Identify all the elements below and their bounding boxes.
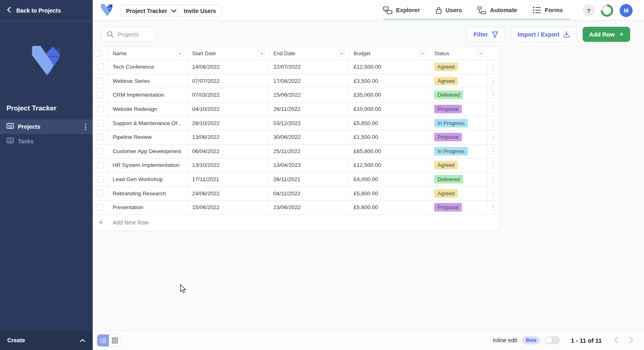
add-new-row-button[interactable]: + Add New Row — [94, 215, 499, 231]
select-all-checkbox[interactable] — [94, 50, 101, 57]
cell-start-date[interactable]: 07/07/2022 — [187, 74, 269, 88]
inline-edit-toggle[interactable] — [545, 336, 560, 344]
cell-end-date[interactable]: 04/11/2022 — [268, 186, 349, 200]
row-checkbox[interactable] — [97, 106, 104, 112]
cell-name[interactable]: Website Redesign — [108, 102, 187, 116]
row-kebab-icon[interactable] — [493, 134, 494, 140]
cell-end-date[interactable]: 22/07/2022 — [268, 60, 349, 74]
cell-budget[interactable]: £35,000.00 — [349, 88, 430, 102]
cell-budget[interactable]: £3,500.00 — [349, 74, 430, 88]
cell-start-date[interactable]: 07/03/2022 — [187, 88, 269, 102]
table-row[interactable]: Website Redesign 04/10/2022 26/11/2022 £… — [94, 102, 499, 117]
row-checkbox[interactable] — [97, 78, 104, 84]
back-to-projects[interactable]: Back to Projects — [0, 0, 93, 22]
import-export-button[interactable]: Import / Export — [511, 27, 577, 42]
cell-end-date[interactable]: 26/11/2022 — [268, 102, 349, 116]
row-checkbox[interactable] — [97, 190, 104, 197]
nav-item-users[interactable]: Users — [435, 6, 462, 14]
cell-status[interactable]: Delivered — [429, 88, 487, 102]
table-row[interactable]: CRM Implementation 07/03/2022 15/06/2022… — [94, 88, 499, 102]
column-header-end-date[interactable]: End Date — [268, 47, 349, 60]
nav-item-automate[interactable]: Automate — [477, 6, 517, 14]
column-dropdown-icon[interactable] — [338, 50, 345, 57]
cell-budget[interactable]: £12,500.00 — [349, 158, 430, 172]
cell-name[interactable]: HR System Implementation — [108, 158, 187, 172]
prev-page-icon[interactable] — [614, 337, 618, 344]
column-dropdown-icon[interactable] — [177, 50, 184, 57]
row-kebab-icon[interactable] — [493, 148, 494, 154]
app-logo-small[interactable] — [99, 3, 114, 19]
column-header-start-date[interactable]: Start Date — [187, 47, 269, 60]
row-kebab-icon[interactable] — [493, 162, 494, 169]
cell-name[interactable]: Support & Maintenance Of... — [108, 116, 187, 130]
column-header-status[interactable]: Status — [429, 47, 487, 60]
cell-end-date[interactable]: 03/12/2022 — [268, 116, 349, 130]
grid-view-button[interactable] — [109, 335, 121, 346]
cell-name[interactable]: Tech Conference — [108, 60, 187, 74]
cell-status[interactable]: Agreed — [429, 74, 487, 88]
cell-status[interactable]: In Progress — [429, 145, 487, 158]
table-row[interactable]: Webinar Series 07/07/2022 17/08/2022 £3,… — [94, 74, 499, 89]
column-header-budget[interactable]: Budget — [349, 47, 430, 60]
nav-item-forms[interactable]: Forms — [533, 6, 563, 14]
table-row[interactable]: Pipeline Review 13/06/2022 30/06/2022 £1… — [94, 130, 499, 145]
cell-status[interactable]: Proposal — [429, 201, 487, 214]
row-checkbox[interactable] — [97, 134, 104, 140]
search-input[interactable] — [117, 31, 150, 38]
row-checkbox[interactable] — [97, 162, 104, 169]
filter-button[interactable]: Filter — [467, 27, 505, 42]
cell-start-date[interactable]: 13/06/2022 — [187, 130, 269, 144]
column-header-name[interactable]: Name — [108, 47, 187, 60]
table-row[interactable]: Support & Maintenance Of... 26/10/2022 0… — [94, 116, 499, 130]
cell-budget[interactable]: £10,000.00 — [349, 102, 430, 116]
cell-start-date[interactable]: 15/06/2022 — [187, 201, 269, 214]
add-row-button[interactable]: Add Row + — [583, 27, 630, 42]
user-avatar[interactable]: M — [620, 4, 633, 17]
row-checkbox[interactable] — [97, 91, 104, 98]
cell-name[interactable]: CRM Implementation — [108, 88, 187, 102]
row-kebab-icon[interactable] — [493, 78, 494, 84]
cell-status[interactable]: Agreed — [429, 60, 487, 74]
cell-status[interactable]: In Progress — [429, 116, 487, 130]
row-kebab-icon[interactable] — [493, 204, 494, 211]
cell-status[interactable]: Delivered — [429, 173, 487, 186]
sidebar-item-projects[interactable]: Projects — [0, 119, 93, 134]
cell-end-date[interactable]: 25/11/2022 — [268, 145, 349, 158]
cell-budget[interactable]: £5,650.00 — [349, 116, 430, 130]
cell-end-date[interactable]: 13/04/2023 — [268, 158, 349, 172]
cell-start-date[interactable]: 13/10/2022 — [187, 158, 269, 172]
cell-status[interactable]: Proposal — [429, 130, 487, 144]
cell-status[interactable]: Agreed — [429, 186, 487, 200]
cell-budget[interactable]: £5,600.00 — [349, 201, 430, 214]
cell-budget[interactable]: £1,500.00 — [349, 130, 430, 144]
workspace-dropdown-button[interactable]: Project Tracker — [120, 4, 182, 17]
cell-end-date[interactable]: 23/06/2022 — [268, 201, 349, 214]
cell-budget[interactable]: £5,600.00 — [349, 186, 430, 200]
cell-name[interactable]: Pipeline Review — [108, 130, 187, 144]
row-checkbox[interactable] — [97, 120, 104, 127]
cell-name[interactable]: Webinar Series — [108, 74, 187, 88]
cell-name[interactable]: Rebranding Research — [108, 186, 187, 200]
table-row[interactable]: HR System Implementation 13/10/2022 13/0… — [94, 158, 499, 173]
cell-status[interactable]: Proposal — [429, 102, 487, 116]
table-row[interactable]: Lead Gen Workshop 17/11/2021 26/11/2021 … — [94, 173, 499, 187]
cell-name[interactable]: Customer App Development — [108, 145, 187, 158]
cell-name[interactable]: Lead Gen Workshop — [108, 173, 187, 186]
next-page-icon[interactable] — [629, 337, 633, 344]
cell-start-date[interactable]: 04/10/2022 — [187, 102, 269, 116]
cell-end-date[interactable]: 17/08/2022 — [268, 74, 349, 88]
nav-item-explorer[interactable]: Explorer — [383, 6, 420, 14]
list-view-button[interactable] — [97, 335, 109, 346]
table-row[interactable]: Tech Conference 14/06/2022 22/07/2022 £1… — [94, 60, 499, 74]
table-row[interactable]: Customer App Development 06/04/2022 25/1… — [94, 145, 499, 159]
column-dropdown-icon[interactable] — [477, 50, 484, 57]
help-button[interactable]: ? — [583, 4, 595, 17]
cell-end-date[interactable]: 26/11/2021 — [268, 173, 349, 186]
item-kebab-icon[interactable] — [85, 124, 86, 130]
column-dropdown-icon[interactable] — [258, 50, 265, 57]
row-kebab-icon[interactable] — [493, 120, 494, 126]
table-row[interactable]: Rebranding Research 24/06/2022 04/11/202… — [94, 186, 499, 201]
row-kebab-icon[interactable] — [493, 106, 494, 112]
sidebar-item-tasks[interactable]: Tasks — [0, 134, 93, 149]
cell-end-date[interactable]: 15/06/2022 — [268, 88, 349, 102]
